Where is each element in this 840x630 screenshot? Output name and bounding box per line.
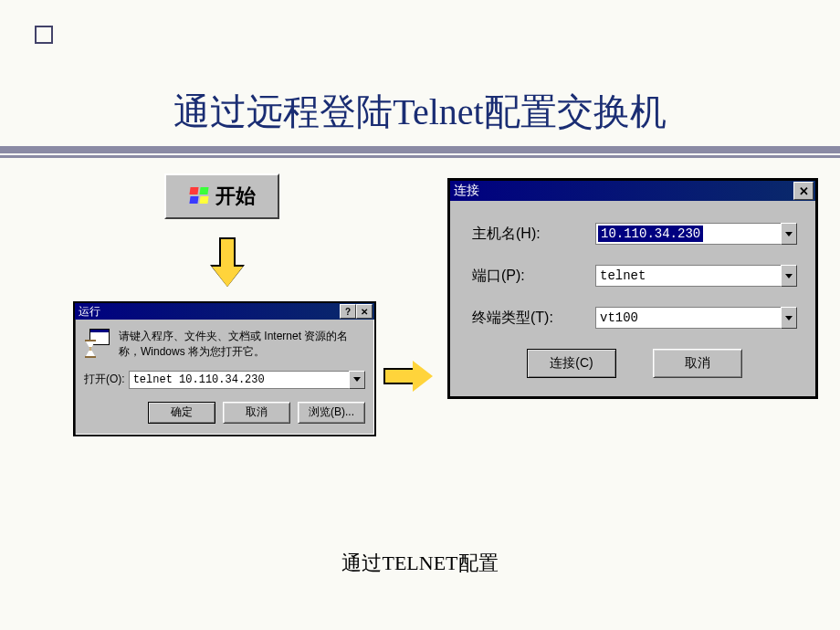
- port-label: 端口(P):: [472, 267, 595, 286]
- cancel-button[interactable]: 取消: [223, 402, 290, 424]
- open-label: 打开(O):: [84, 372, 125, 387]
- slide-title: 通过远程登陆Telnet配置交换机: [0, 87, 840, 137]
- title-underline: [0, 146, 840, 159]
- help-button[interactable]: ?: [340, 304, 356, 319]
- port-input[interactable]: [595, 265, 781, 287]
- start-button-label: 开始: [215, 183, 256, 210]
- connect-button[interactable]: 连接(C): [527, 349, 616, 378]
- cancel-button[interactable]: 取消: [653, 349, 742, 378]
- dropdown-icon[interactable]: [781, 307, 797, 329]
- start-button[interactable]: 开始: [164, 173, 279, 219]
- host-value: 10.110.34.230: [598, 226, 703, 242]
- run-dialog: 运行 ? ✕ 请键入程序、文件夹、文档或 Internet 资源的名称，Wind…: [73, 301, 376, 436]
- connect-dialog-titlebar: 连接 ✕: [450, 181, 815, 201]
- slide-bullet-marker: [35, 26, 53, 44]
- flow-arrow-down-icon: [212, 237, 243, 287]
- connect-dialog: 连接 ✕ 主机名(H): 10.110.34.230 端口(P): 终端类型(T…: [447, 178, 818, 399]
- run-dialog-titlebar: 运行 ? ✕: [75, 303, 374, 320]
- close-button[interactable]: ✕: [356, 304, 373, 319]
- connect-dialog-title: 连接: [454, 183, 479, 199]
- dropdown-icon[interactable]: [781, 265, 797, 287]
- open-input[interactable]: [129, 371, 349, 389]
- host-combobox[interactable]: 10.110.34.230: [595, 223, 797, 245]
- run-program-icon: [84, 329, 110, 358]
- terminal-type-input[interactable]: [595, 307, 781, 329]
- open-combobox[interactable]: [129, 371, 365, 389]
- flow-arrow-right-icon: [383, 361, 433, 392]
- ok-button[interactable]: 确定: [148, 402, 215, 424]
- dropdown-icon[interactable]: [781, 223, 797, 245]
- run-dialog-description: 请键入程序、文件夹、文档或 Internet 资源的名称，Windows 将为您…: [119, 329, 365, 360]
- terminal-type-combobox[interactable]: [595, 307, 797, 329]
- host-label: 主机名(H):: [472, 225, 595, 244]
- terminal-type-label: 终端类型(T):: [472, 309, 595, 328]
- port-combobox[interactable]: [595, 265, 797, 287]
- close-button[interactable]: ✕: [793, 182, 814, 200]
- run-dialog-title: 运行: [79, 304, 100, 320]
- slide-caption: 通过TELNET配置: [0, 550, 840, 577]
- windows-logo-icon: [188, 187, 210, 205]
- browse-button[interactable]: 浏览(B)...: [298, 402, 365, 424]
- dropdown-icon[interactable]: [349, 371, 365, 389]
